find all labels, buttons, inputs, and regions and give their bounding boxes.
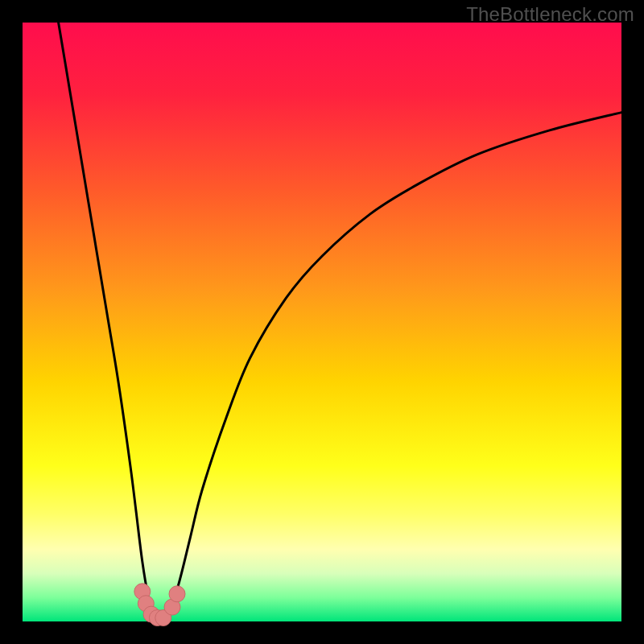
data-marker bbox=[169, 586, 185, 602]
watermark-text: TheBottleneck.com bbox=[466, 3, 634, 26]
outer-frame: TheBottleneck.com bbox=[0, 0, 644, 644]
gradient-plot-area bbox=[23, 23, 621, 621]
curve-layer bbox=[23, 23, 621, 621]
curve-right-branch bbox=[167, 113, 621, 621]
curve-left-branch bbox=[59, 23, 155, 621]
